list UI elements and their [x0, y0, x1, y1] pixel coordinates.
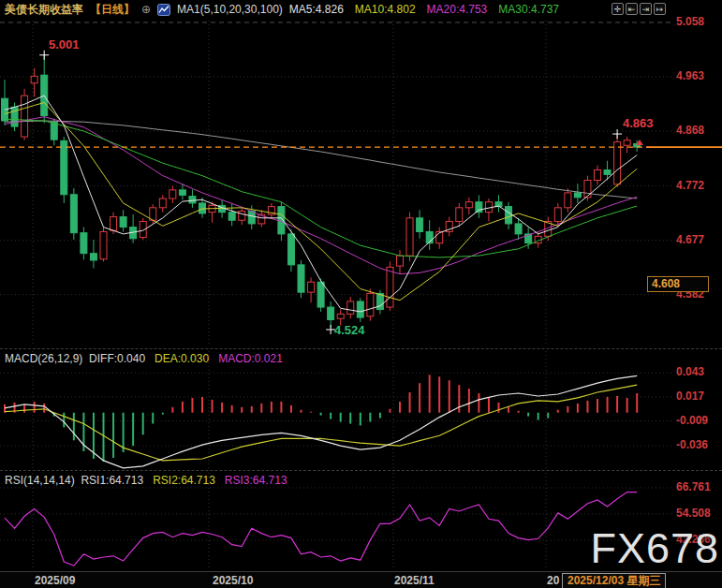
- highlighted-axis-price: 4.608: [647, 276, 709, 292]
- ma-settings-label[interactable]: MA1(5,10,20,30,100): [177, 3, 283, 16]
- ma-legend-item: MA10:4.802: [355, 3, 416, 16]
- macd-dea-value: DEA:0.030: [155, 352, 209, 365]
- candle-body: [337, 314, 344, 318]
- candle-body: [248, 211, 255, 223]
- rsi-y-tick: 54.508: [676, 507, 711, 520]
- candle-body: [624, 140, 630, 145]
- page-title: 美债长期收益率: [5, 2, 83, 18]
- ma100-line: [5, 121, 637, 198]
- month-label: 20: [547, 574, 559, 587]
- current-date: 2025/12/03: [567, 574, 624, 587]
- candle-body: [317, 282, 324, 307]
- candle-body: [328, 307, 334, 319]
- ma-legend-item: MA30:4.737: [498, 3, 559, 16]
- macd-y-tick: -0.009: [676, 414, 708, 427]
- candle-body: [476, 202, 482, 213]
- candle-body: [465, 202, 472, 208]
- main-price-panel: 5.0584.9634.8684.7724.6774.582 5.001 4.5…: [0, 19, 722, 348]
- rsi-header: RSI(14,14,14) RSI1:64.713 RSI2:64.713 RS…: [5, 474, 287, 487]
- candle-body: [159, 198, 166, 208]
- diff-line: [5, 375, 637, 468]
- rsi-name: RSI(14,14,14): [5, 474, 75, 487]
- candle-body: [595, 170, 601, 181]
- candle-body: [584, 181, 591, 198]
- candle-body: [179, 190, 185, 195]
- candle-body: [604, 170, 611, 175]
- period-high-label: 5.001: [49, 37, 80, 51]
- macd-hist-value: MACD:0.021: [218, 352, 283, 365]
- dea-line: [5, 385, 637, 461]
- pan-crosshair-icon[interactable]: ✛: [611, 3, 624, 15]
- rsi-y-tick: 66.761: [676, 480, 711, 493]
- candle-body: [417, 218, 423, 232]
- candle-body: [228, 213, 235, 221]
- macd-y-tick: 0.017: [676, 390, 704, 403]
- candle-body: [22, 96, 28, 137]
- candle-body: [456, 208, 463, 222]
- candle-body: [614, 142, 621, 184]
- candle-body: [239, 211, 245, 220]
- macd-y-tick: 0.043: [676, 365, 704, 378]
- candle-body: [61, 140, 67, 194]
- candle-body: [51, 122, 57, 140]
- candle-body: [506, 207, 512, 224]
- date-axis: 2025/092025/102025/1120 2025/12/03 星期三: [0, 571, 722, 588]
- recent-high-label: 4.863: [623, 116, 654, 130]
- candle-body: [199, 203, 206, 213]
- main-y-tick: 5.058: [676, 15, 704, 28]
- fit-right-axis-icon[interactable]: ⇥: [640, 3, 652, 15]
- candle-body: [81, 233, 87, 254]
- main-y-tick: 4.772: [676, 179, 704, 192]
- candle-body: [31, 76, 37, 82]
- candle-body: [347, 301, 354, 314]
- period-low-label: 4.524: [334, 323, 365, 337]
- month-label: 2025/11: [394, 574, 435, 587]
- candle-body: [406, 218, 413, 256]
- line-chart-icon[interactable]: [157, 4, 170, 16]
- candle-body: [169, 190, 176, 198]
- candle-body: [357, 301, 363, 317]
- ma20-line: [5, 117, 637, 274]
- fit-left-axis-icon[interactable]: ⇤: [626, 3, 638, 15]
- candle-body: [298, 265, 304, 292]
- main-y-tick: 4.868: [676, 124, 704, 137]
- candle-body: [574, 193, 581, 198]
- macd-header: MACD(26,12,9) DIFF:0.040 DEA:0.030 MACD:…: [5, 352, 283, 365]
- candle-body: [111, 217, 117, 231]
- rsi2-value: RSI2:64.713: [153, 474, 215, 487]
- candle-body: [308, 282, 315, 292]
- rsi3-value: RSI3:64.713: [225, 474, 287, 487]
- add-circle-icon[interactable]: ⊕: [141, 4, 151, 15]
- month-label: 2025/09: [35, 574, 75, 587]
- ma-legend-item: MA20:4.753: [427, 3, 488, 16]
- macd-diff-value: DIFF:0.040: [89, 352, 145, 365]
- candle-body: [565, 193, 571, 208]
- candle-body: [287, 234, 294, 265]
- chart-app: 美债长期收益率 【日线】 ⊕ MA1(5,10,20,30,100) MA5:4…: [0, 0, 722, 588]
- candle-body: [515, 224, 522, 234]
- main-chart-canvas[interactable]: [0, 19, 722, 348]
- ma30-line: [5, 119, 637, 257]
- rsi-panel: RSI(14,14,14) RSI1:64.713 RSI2:64.713 RS…: [0, 470, 722, 571]
- chart-toolbar: ✛ ⇤ ⇥ ↦: [611, 3, 666, 15]
- candle-body: [387, 267, 393, 307]
- candle-body: [100, 231, 107, 258]
- ma-legend-item: MA5:4.826: [289, 3, 344, 16]
- macd-name: MACD(26,12,9): [5, 352, 82, 365]
- candle-body: [278, 207, 285, 234]
- rsi-line: [5, 492, 637, 566]
- current-date-badge: 2025/12/03 星期三: [562, 573, 666, 588]
- candle-body: [70, 195, 77, 233]
- macd-panel: MACD(26,12,9) DIFF:0.040 DEA:0.030 MACD:…: [0, 348, 722, 470]
- macd-chart-canvas[interactable]: [0, 349, 722, 470]
- shift-right-icon[interactable]: ↦: [654, 3, 666, 15]
- rsi1-value: RSI1:64.713: [81, 474, 143, 487]
- candle-body: [397, 256, 404, 266]
- watermark: FX678: [590, 527, 719, 569]
- ma-legend: MA5:4.826MA10:4.802MA20:4.753MA30:4.737: [289, 3, 559, 16]
- candle-body: [554, 208, 561, 222]
- ma10-line: [5, 103, 637, 301]
- period-label[interactable]: 【日线】: [90, 2, 135, 18]
- candle-body: [90, 254, 96, 260]
- month-label: 2025/10: [213, 574, 253, 587]
